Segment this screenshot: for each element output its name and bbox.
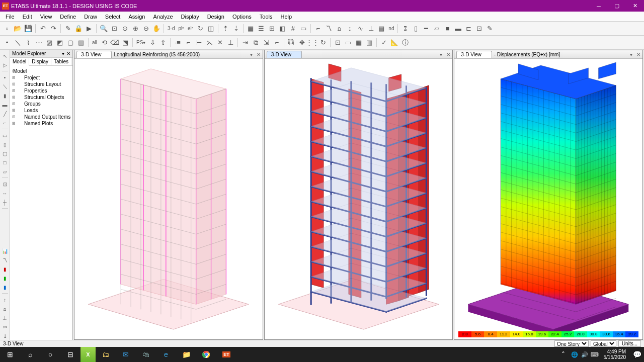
view3-tab[interactable]: 3-D View: [456, 51, 492, 58]
area-icon[interactable]: ▢: [65, 38, 75, 48]
link-icon[interactable]: ⊏: [463, 24, 473, 34]
view2-tab[interactable]: 3-D View: [267, 51, 302, 58]
lang-icon[interactable]: ⌨: [590, 347, 600, 362]
menu-display[interactable]: Display: [178, 13, 203, 21]
mail-icon[interactable]: ✉: [116, 347, 136, 362]
menu-assign[interactable]: Assign: [125, 13, 148, 21]
hatch-icon[interactable]: ▥: [76, 38, 86, 48]
explorer-icon[interactable]: 🗂: [96, 347, 116, 362]
zoom-prev-icon[interactable]: ⊙: [120, 24, 130, 34]
draw-wall-icon[interactable]: ▯: [1, 140, 9, 148]
layout-icon[interactable]: ▭: [298, 24, 308, 34]
view1-close-icon[interactable]: ✕: [255, 52, 263, 57]
elements-icon[interactable]: ⊞: [267, 24, 277, 34]
story-select[interactable]: One Story: [554, 340, 589, 347]
force-icon[interactable]: ↕: [1, 296, 9, 304]
excel-icon[interactable]: X: [80, 347, 96, 362]
store-icon[interactable]: 🛍: [136, 347, 156, 362]
lock-icon[interactable]: 🔒: [73, 24, 84, 34]
rotate-obj-icon[interactable]: ↻: [318, 38, 328, 48]
tree-item[interactable]: Groups: [11, 101, 71, 107]
slab-icon[interactable]: ▬: [453, 24, 463, 34]
view1-canvas[interactable]: [74, 59, 263, 339]
color3-icon[interactable]: ▮: [1, 283, 9, 291]
zoom-out-icon[interactable]: ⊖: [141, 24, 151, 34]
ibeam-icon[interactable]: Ɪ: [400, 24, 410, 34]
edit-shell-icon[interactable]: ▦: [354, 38, 364, 48]
draw-area-icon[interactable]: ▱: [1, 167, 9, 175]
menu-view[interactable]: View: [37, 13, 56, 21]
network-icon[interactable]: 🌐: [570, 347, 580, 362]
face-icon[interactable]: ▨: [44, 38, 54, 48]
tree-item[interactable]: Project: [11, 74, 71, 81]
edge-icon[interactable]: e: [156, 347, 176, 362]
diagram-icon[interactable]: ⩍: [1, 305, 9, 313]
view3-close-icon[interactable]: ✕: [634, 52, 642, 57]
inv-sel-icon[interactable]: ⬔: [120, 38, 130, 48]
check-icon[interactable]: ✓: [379, 38, 389, 48]
tree-item[interactable]: Structure Layout: [11, 81, 71, 87]
clear-sel-icon[interactable]: ⌫: [110, 38, 120, 48]
node-label-icon[interactable]: ⋯: [34, 38, 44, 48]
close-button[interactable]: ✕: [626, 0, 644, 12]
redo-icon[interactable]: ↷: [48, 24, 58, 34]
prev-sel-icon[interactable]: ⟲: [99, 38, 109, 48]
color1-icon[interactable]: ▮: [1, 265, 9, 273]
explorer-tab-model[interactable]: Model: [10, 58, 29, 66]
moment-icon[interactable]: ⩍: [334, 24, 344, 34]
tree-item[interactable]: Named Output Items: [11, 114, 71, 120]
explorer-tree[interactable]: Model ProjectStructure LayoutPropertiesS…: [10, 66, 72, 340]
rotate-icon[interactable]: ↻: [195, 24, 205, 34]
beam-icon[interactable]: ━: [421, 24, 431, 34]
undo-icon[interactable]: ↶: [38, 24, 48, 34]
menu-options[interactable]: Options: [229, 13, 255, 21]
notifications-icon[interactable]: 💬: [630, 347, 644, 362]
point-icon[interactable]: •: [2, 38, 12, 48]
tree-item[interactable]: Properties: [11, 87, 71, 94]
draw-beam-icon[interactable]: ▬: [1, 101, 9, 109]
moment2-icon[interactable]: ⊥: [1, 314, 9, 322]
plan-button[interactable]: plⁿ: [177, 24, 185, 34]
view3-canvas[interactable]: 2.85.68.411.214.016.819.622.425.228.030.…: [454, 59, 642, 339]
reshape-tool-icon[interactable]: ▷: [1, 61, 9, 69]
trim-icon[interactable]: ⌐: [272, 38, 282, 48]
explorer-tab-tables[interactable]: Tables: [51, 58, 71, 65]
reaction-icon[interactable]: ⊥: [366, 24, 376, 34]
elevation-button[interactable]: elⁿ: [186, 24, 195, 34]
cut-icon[interactable]: ✂: [1, 323, 9, 331]
search-icon[interactable]: ⌕: [20, 347, 40, 362]
sections-icon[interactable]: ☰: [256, 24, 266, 34]
draw-opening-icon[interactable]: □: [1, 158, 9, 166]
draw-column-icon[interactable]: ▮: [1, 92, 9, 100]
move-icon[interactable]: ✥: [297, 38, 307, 48]
chart-icon[interactable]: 〽: [324, 24, 334, 34]
view2-canvas[interactable]: [265, 59, 453, 339]
start-button[interactable]: ⊞: [0, 347, 20, 362]
3d-view-button[interactable]: 3-d: [166, 24, 176, 34]
tray-up-icon[interactable]: ˄: [557, 347, 570, 362]
edit-joint-icon[interactable]: ⊡: [333, 38, 343, 48]
view1-menu-icon[interactable]: ▾: [248, 52, 255, 57]
open-icon[interactable]: 📂: [13, 24, 23, 34]
zoom-full-icon[interactable]: ⊡: [109, 24, 119, 34]
perspective-icon[interactable]: ◫: [206, 24, 216, 34]
draw-point-icon[interactable]: •: [1, 73, 9, 81]
line-icon[interactable]: ＼: [13, 38, 23, 48]
explorer-tab-display[interactable]: Display: [29, 58, 51, 65]
snap-end-icon[interactable]: ⊢: [194, 38, 204, 48]
mirror-icon[interactable]: ⧉: [251, 38, 261, 48]
quick-draw-icon[interactable]: ⊡: [1, 180, 9, 188]
chart2-icon[interactable]: 〽: [1, 256, 9, 264]
polyline-icon[interactable]: ⌇: [23, 38, 33, 48]
snap-line-icon[interactable]: ⌐: [183, 38, 193, 48]
files-icon[interactable]: 📁: [176, 347, 196, 362]
ext-down-icon[interactable]: ⇩: [147, 38, 157, 48]
edit-frame-icon[interactable]: ▭: [343, 38, 353, 48]
column-icon[interactable]: ▯: [411, 24, 421, 34]
deform-icon[interactable]: ∿: [355, 24, 365, 34]
offset-icon[interactable]: ⇥: [240, 38, 250, 48]
cortana-icon[interactable]: ○: [40, 347, 60, 362]
draw-sec-beam-icon[interactable]: ⌐: [1, 119, 9, 127]
snap-perp-icon[interactable]: ⊥: [225, 38, 235, 48]
wall-icon[interactable]: ■: [442, 24, 452, 34]
